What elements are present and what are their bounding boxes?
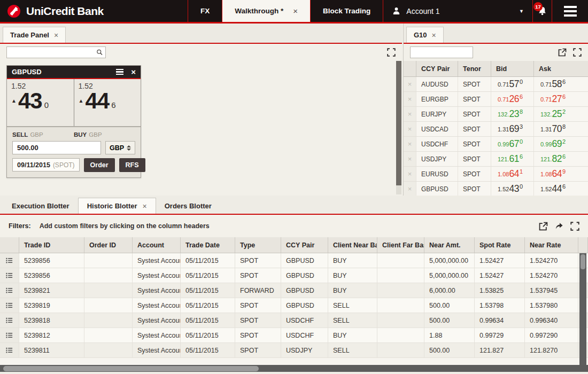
pop-out-icon[interactable] xyxy=(539,222,548,231)
row-menu-button[interactable] xyxy=(0,328,19,342)
tab-trade-panel[interactable]: Trade Panel × xyxy=(3,27,66,43)
g10-search[interactable] xyxy=(410,46,473,58)
column-header-client-near-bas[interactable]: Client Near Bas xyxy=(328,237,377,253)
ticket-close-icon[interactable]: × xyxy=(131,68,136,76)
close-tab-icon[interactable]: × xyxy=(293,6,298,15)
scrollbar-thumb[interactable] xyxy=(3,366,259,371)
remove-quote-button[interactable]: × xyxy=(404,137,416,151)
row-menu-button[interactable] xyxy=(0,283,19,298)
column-header-ask[interactable]: Ask xyxy=(534,61,588,76)
quote-row-eurjpy[interactable]: ×EURJPYSPOT132.238132.252 xyxy=(404,107,588,122)
remove-quote-button[interactable]: × xyxy=(404,167,416,181)
quote-row-eurgbp[interactable]: ×EURGBPSPOT0.712660.71276 xyxy=(404,92,588,107)
ccy-pair-cell: USDCAD xyxy=(416,122,458,136)
stepper-icon[interactable] xyxy=(127,145,131,151)
column-header-spot-rate[interactable]: Spot Rate xyxy=(475,237,525,253)
column-header-trade-id[interactable]: Trade ID xyxy=(19,237,84,253)
blotter-row[interactable]: 5239856Systest Account05/11/2015SPOTGBPU… xyxy=(0,253,588,268)
tenor-cell: SPOT xyxy=(458,167,491,181)
menu-button[interactable] xyxy=(552,0,588,22)
fullscreen-icon[interactable] xyxy=(573,48,582,57)
buy-price-tile[interactable]: 1.52 ▲ 44 6 xyxy=(74,79,141,126)
cell-near-rate: 0.996340 xyxy=(525,313,578,328)
cell-order-id xyxy=(84,253,133,268)
row-menu-button[interactable] xyxy=(0,298,19,313)
column-header-bid[interactable]: Bid xyxy=(491,61,534,76)
cell-client-near-bas: SELL xyxy=(328,313,377,328)
scrollbar-thumb[interactable] xyxy=(581,254,585,269)
ask-cell: 121.826 xyxy=(534,152,588,166)
search-input[interactable] xyxy=(411,47,500,58)
column-header-trade-date[interactable]: Trade Date xyxy=(181,237,235,253)
topbar-tab-fx[interactable]: FX xyxy=(188,0,222,22)
column-header-order-id[interactable]: Order ID xyxy=(84,237,133,253)
value-date-field[interactable]: 09/11/2015 (SPOT) xyxy=(12,158,80,172)
close-tab-icon[interactable]: × xyxy=(54,31,58,40)
remove-quote-button[interactable]: × xyxy=(404,92,416,106)
cell-trade-date: 05/11/2015 xyxy=(181,268,235,283)
column-header-near-rate[interactable]: Near Rate xyxy=(525,237,578,253)
order-button[interactable]: Order xyxy=(84,158,115,172)
remove-quote-button[interactable]: × xyxy=(404,122,416,136)
ask-cell: 132.252 xyxy=(534,107,588,121)
row-menu-button[interactable] xyxy=(0,268,19,283)
close-tab-icon[interactable]: × xyxy=(143,202,147,211)
pop-out-icon[interactable] xyxy=(558,48,567,57)
row-menu-button[interactable] xyxy=(0,253,19,268)
sell-price-tile[interactable]: 1.52 ▲ 43 0 xyxy=(7,79,74,126)
column-header-ccy-pair[interactable]: CCY Pair xyxy=(281,237,328,253)
rfs-button[interactable]: RFS xyxy=(119,158,145,172)
tab-g10[interactable]: G10 × xyxy=(406,27,444,43)
blotter-tab-execution-blotter[interactable]: Execution Blotter xyxy=(3,198,78,214)
trade-panel-scrollbar[interactable] xyxy=(396,61,401,194)
column-header-tenor[interactable]: Tenor xyxy=(458,61,491,76)
blotter-row[interactable]: 5239819Systest Account05/11/2015SPOTGBPU… xyxy=(0,298,588,313)
column-header-account[interactable]: Account xyxy=(133,237,181,253)
blotter-row[interactable]: 5239818Systest Account05/11/2015SPOTUSDC… xyxy=(0,313,588,328)
row-menu-button[interactable] xyxy=(0,313,19,328)
topbar-tab-block-trading[interactable]: Block Trading xyxy=(311,0,383,22)
remove-quote-button[interactable]: × xyxy=(404,77,416,91)
blotter-row[interactable]: 5239811Systest Account05/11/2015SPOTUSDJ… xyxy=(0,343,588,358)
quote-row-usdchf[interactable]: ×USDCHFSPOT0.996700.99692 xyxy=(404,137,588,152)
ccy-pair-cell: EURJPY xyxy=(416,107,458,121)
quote-row-usdjpy[interactable]: ×USDJPYSPOT121.616121.826 xyxy=(404,152,588,167)
remove-quote-button[interactable]: × xyxy=(404,152,416,166)
topbar-tab-walkthrough[interactable]: Walkthrough *× xyxy=(222,0,311,22)
column-header-client-far-base[interactable]: Client Far Base xyxy=(377,237,424,253)
column-header-type[interactable]: Type xyxy=(235,237,281,253)
remove-quote-button[interactable]: × xyxy=(404,182,416,196)
blotter-vertical-scrollbar[interactable] xyxy=(579,253,586,365)
search-input[interactable] xyxy=(7,47,96,58)
fullscreen-icon[interactable] xyxy=(570,222,579,231)
quote-row-gbpusd[interactable]: ×GBPUSDSPOT1.524301.52446 xyxy=(404,182,588,196)
column-header-ccy-pair[interactable]: CCY Pair xyxy=(416,61,458,76)
amount-field[interactable] xyxy=(12,141,101,154)
blotter-horizontal-scrollbar[interactable] xyxy=(0,365,588,372)
share-icon[interactable] xyxy=(554,222,564,230)
notifications-button[interactable]: 17 xyxy=(532,0,552,22)
remove-quote-button[interactable]: × xyxy=(404,107,416,121)
tenor-cell: SPOT xyxy=(458,182,491,196)
instrument-search[interactable] xyxy=(6,46,106,58)
scrollbar-thumb[interactable] xyxy=(396,61,401,185)
chevron-down-icon[interactable]: ▼ xyxy=(519,9,524,14)
blotter-tab-historic-blotter[interactable]: Historic Blotter× xyxy=(78,198,156,214)
quote-row-eurusd[interactable]: ×EURUSDSPOT1.086411.08649 xyxy=(404,167,588,182)
account-menu[interactable]: Account 1 ▼ xyxy=(383,0,532,22)
quote-row-audusd[interactable]: ×AUDUSDSPOT0.715700.71586 xyxy=(404,77,588,92)
blotter-row[interactable]: 5239821Systest Account05/11/2015FORWARDG… xyxy=(0,283,588,298)
up-arrow-icon: ▲ xyxy=(79,98,84,104)
blotter-tab-orders-blotter[interactable]: Orders Blotter xyxy=(156,198,220,214)
blotter-row[interactable]: 5239812Systest Account05/11/2015SPOTUSDC… xyxy=(0,328,588,343)
fullscreen-icon[interactable] xyxy=(387,48,396,57)
quote-row-usdcad[interactable]: ×USDCADSPOT1.316931.31708 xyxy=(404,122,588,137)
currency-selector[interactable]: GBP xyxy=(105,141,135,154)
g10-panel: G10 × CCY PairT xyxy=(403,24,588,196)
row-menu-button[interactable] xyxy=(0,343,19,357)
close-tab-icon[interactable]: × xyxy=(432,31,436,40)
column-header-near-amt[interactable]: Near Amt. xyxy=(424,237,475,253)
blotter-row[interactable]: 5239856Systest Account05/11/2015SPOTGBPU… xyxy=(0,268,588,283)
tab-label: G10 xyxy=(414,31,427,39)
ticket-menu-icon[interactable] xyxy=(116,69,123,75)
